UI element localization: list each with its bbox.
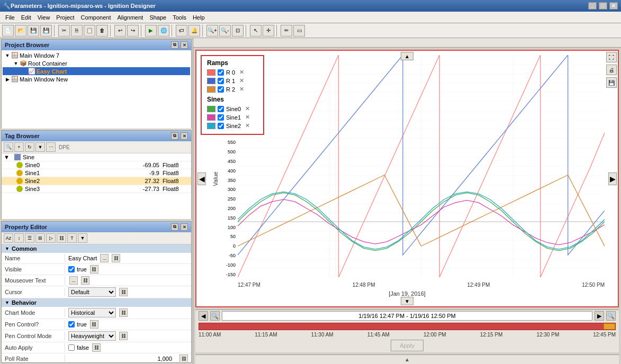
tag-refresh-btn[interactable]: ↻ — [25, 142, 34, 152]
copy-button[interactable]: ⎘ — [71, 25, 83, 37]
legend-checkbox-sine1[interactable] — [218, 114, 224, 121]
tag-options-btn[interactable]: ⋯ — [46, 142, 56, 152]
cursor-select[interactable]: Default — [68, 287, 116, 297]
tag-filter-btn[interactable]: ▼ — [35, 142, 45, 152]
prop-list-btn[interactable]: ☰ — [25, 233, 34, 243]
legend-remove-sine2[interactable]: ✕ — [245, 122, 250, 129]
prop-edit-mouseover-btn[interactable]: ... — [69, 276, 78, 285]
tag-search-btn[interactable]: 🔍 — [4, 142, 13, 152]
tag-add-btn[interactable]: + — [14, 142, 24, 152]
menu-project[interactable]: Project — [53, 13, 77, 22]
prop-az-btn[interactable]: Az — [4, 233, 13, 243]
tag-browser-close-btn[interactable]: ✕ — [181, 132, 188, 140]
cut-button[interactable]: ✂ — [58, 25, 70, 37]
new-button[interactable]: 📄 — [2, 25, 14, 37]
menu-view[interactable]: View — [34, 13, 53, 22]
rect-btn[interactable]: ▭ — [293, 25, 305, 37]
legend-checkbox-r2[interactable] — [218, 86, 224, 93]
prop-editor-close-btn[interactable]: ✕ — [181, 223, 188, 231]
prop-link-visible-btn[interactable]: ⛓ — [90, 265, 98, 274]
timeline-prev-btn[interactable]: ◀ — [199, 311, 208, 321]
section-common[interactable]: Common — [2, 244, 191, 253]
tag-row-sine1[interactable]: Sine1 -9.9 Float8 — [2, 169, 191, 177]
pencontrol-checkbox[interactable] — [68, 321, 75, 327]
prop-link-chartmode-btn[interactable]: ⛓ — [119, 308, 128, 317]
tree-item-main-window7[interactable]: ▼ 🪟 Main Window 7 — [3, 51, 190, 59]
timeline-zoom-btn[interactable]: 🔍 — [606, 311, 616, 321]
prop-link-pencontrol-btn[interactable]: ⛓ — [90, 320, 98, 329]
legend-remove-r1[interactable]: ✕ — [239, 77, 244, 84]
alarm-btn[interactable]: 🔔 — [188, 25, 200, 37]
close-button[interactable]: ✕ — [609, 2, 618, 10]
menu-component[interactable]: Component — [78, 13, 114, 22]
project-browser-float-btn[interactable]: ⧉ — [171, 41, 178, 49]
timeline-range-input[interactable]: 1/19/16 12:47 PM - 1/19/16 12:50 PM — [222, 311, 592, 321]
prop-link-autoapply-btn[interactable]: ⛓ — [92, 343, 101, 352]
prop-link-pencontrolmode-btn[interactable]: ⛓ — [119, 332, 128, 340]
legend-checkbox-r0[interactable] — [218, 69, 224, 76]
prop-text-btn[interactable]: T — [67, 233, 77, 243]
prop-link-name-btn[interactable]: ⛓ — [112, 254, 120, 262]
legend-remove-r2[interactable]: ✕ — [239, 86, 244, 93]
draw-btn[interactable]: ✏ — [281, 25, 292, 37]
tree-item-main-window-new[interactable]: ▶ 🪟 Main Window New — [3, 75, 190, 83]
timeline-thumb[interactable] — [604, 323, 615, 330]
publish-button[interactable]: 🌐 — [158, 25, 169, 37]
chart-nav-left[interactable]: ◀ — [197, 172, 206, 185]
legend-remove-r0[interactable]: ✕ — [239, 69, 244, 76]
move-btn[interactable]: ✛ — [263, 25, 274, 37]
chart-nav-top[interactable]: ▲ — [401, 52, 413, 60]
zoom-out-btn[interactable]: 🔍- — [219, 25, 231, 37]
ruler-bottom-nav-up[interactable]: ▲ — [404, 357, 410, 362]
legend-remove-sine1[interactable]: ✕ — [245, 114, 250, 121]
tag-browser-float-btn[interactable]: ⧉ — [171, 132, 178, 140]
autoapply-checkbox[interactable] — [68, 344, 75, 351]
redo-button[interactable]: ↪ — [127, 25, 139, 37]
menu-help[interactable]: Help — [190, 13, 208, 22]
chart-nav-right[interactable]: ▶ — [608, 172, 617, 185]
prop-link-cursor-btn[interactable]: ⛓ — [119, 288, 128, 296]
prop-link-pollrate-btn[interactable]: ⛓ — [179, 354, 188, 362]
prop-link-mouseover-btn[interactable]: ⛓ — [81, 276, 89, 285]
section-behavior[interactable]: Behavior — [2, 298, 191, 307]
menu-shape[interactable]: Shape — [146, 13, 169, 22]
timeline-bar[interactable] — [199, 323, 616, 330]
prop-bindings-btn[interactable]: ⛓ — [57, 233, 66, 243]
prop-sort-btn[interactable]: ↕ — [14, 233, 24, 243]
tag-browser-btn[interactable]: 🏷 — [176, 25, 187, 37]
delete-button[interactable]: 🗑 — [96, 25, 108, 37]
prop-edit-name-btn[interactable]: ... — [100, 254, 109, 262]
run-button[interactable]: ▶ — [145, 25, 157, 37]
save-button[interactable]: 💾 — [28, 25, 39, 37]
pencontrolmode-select[interactable]: Heavyweight — [68, 331, 116, 341]
prop-group-btn[interactable]: ⊞ — [35, 233, 45, 243]
menu-tools[interactable]: Tools — [169, 13, 190, 22]
menu-alignment[interactable]: Alignment — [114, 13, 146, 22]
zoom-in-btn[interactable]: 🔍+ — [206, 25, 218, 37]
timeline-search-btn[interactable]: 🔍 — [210, 311, 220, 321]
legend-remove-sine0[interactable]: ✕ — [245, 105, 250, 112]
menu-file[interactable]: File — [2, 13, 18, 22]
chart-save-img-btn[interactable]: 💾 — [606, 77, 617, 88]
tree-item-root-container[interactable]: ▼ 📦 Root Container — [3, 59, 190, 67]
zoom-fit-btn[interactable]: ⊡ — [232, 25, 244, 37]
chart-print-btn[interactable]: 🖨 — [606, 65, 617, 75]
chart-expand-btn[interactable]: ⛶ — [606, 52, 617, 62]
legend-checkbox-sine0[interactable] — [218, 106, 224, 112]
timeline-next-btn[interactable]: ▶ — [595, 311, 604, 321]
minimize-button[interactable]: _ — [588, 2, 597, 10]
tag-row-sine2[interactable]: Sine2 27.32 Float8 — [2, 177, 191, 185]
tag-row-sine0[interactable]: Sine0 -69.05 Float8 — [2, 161, 191, 169]
visible-checkbox[interactable] — [68, 266, 75, 272]
menu-edit[interactable]: Edit — [18, 13, 34, 22]
save-all-button[interactable]: 💾 — [40, 25, 52, 37]
tag-row-sine3[interactable]: Sine3 -27.73 Float8 — [2, 185, 191, 193]
maximize-button[interactable]: □ — [599, 2, 607, 10]
project-browser-close-btn[interactable]: ✕ — [181, 41, 188, 49]
prop-editor-float-btn[interactable]: ⧉ — [171, 223, 178, 231]
tree-item-easy-chart[interactable]: 📈 Easy Chart — [3, 67, 190, 75]
chart-nav-bottom[interactable]: ▼ — [401, 297, 413, 305]
paste-button[interactable]: 📋 — [84, 25, 95, 37]
open-button[interactable]: 📂 — [15, 25, 26, 37]
prop-text-opts-btn[interactable]: ▼ — [78, 233, 87, 243]
